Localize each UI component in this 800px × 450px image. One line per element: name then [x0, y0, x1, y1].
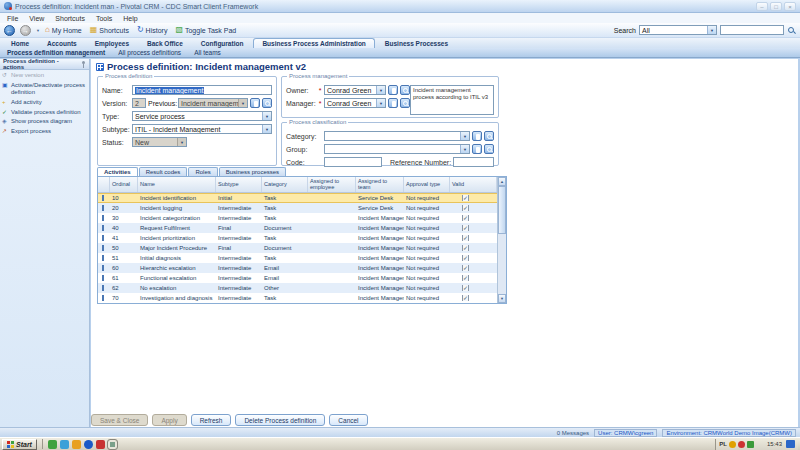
lookup-icon[interactable]	[400, 85, 410, 95]
quick-launch-icon[interactable]	[60, 440, 69, 449]
sub-tab[interactable]: All teams	[194, 49, 221, 56]
table-row[interactable]: 61 Functional escalation Intermediate Em…	[98, 273, 497, 283]
lookup-icon[interactable]	[262, 98, 272, 108]
open-record-icon[interactable]	[388, 98, 398, 108]
search-scope-select[interactable]: All ▼	[639, 25, 717, 35]
scroll-down-icon[interactable]: ▼	[498, 294, 506, 303]
start-button[interactable]: Start	[2, 439, 37, 450]
minimize-button[interactable]: –	[756, 2, 768, 11]
lookup-icon[interactable]	[400, 98, 410, 108]
table-row[interactable]: 70 Investigation and diagnosis Intermedi…	[98, 293, 497, 303]
action-item[interactable]: ▣ Activate/Deactivate process definition	[0, 80, 89, 97]
name-field[interactable]: Incident management	[132, 85, 272, 95]
sub-tab[interactable]: All process definitions	[118, 49, 181, 56]
quick-launch-icon[interactable]	[48, 440, 57, 449]
action-item[interactable]: ↗ Export process	[0, 126, 89, 136]
quick-launch-icon[interactable]	[132, 440, 141, 449]
table-row[interactable]: 62 No escalation Intermediate Other Inci…	[98, 283, 497, 293]
pin-icon[interactable]	[81, 61, 86, 68]
quick-launch-icon[interactable]	[84, 440, 93, 449]
tray-icon[interactable]	[756, 441, 763, 448]
footer-button[interactable]: Cancel	[329, 414, 367, 426]
tray-icon[interactable]	[729, 441, 736, 448]
lookup-icon[interactable]	[484, 131, 494, 141]
footer-button[interactable]: Delete Process definition	[235, 414, 325, 426]
menu-item[interactable]: Shortcuts	[55, 15, 85, 22]
table-row[interactable]: 30 Incident categorization Intermediate …	[98, 213, 497, 223]
open-record-icon[interactable]	[388, 85, 398, 95]
workspace-tab[interactable]: Business Processes	[377, 39, 456, 48]
workspace-tab[interactable]: Back Office	[139, 39, 191, 48]
column-header[interactable]: Assigned to team	[356, 177, 404, 192]
action-item[interactable]: ✓ Validate process definition	[0, 107, 89, 117]
menu-item[interactable]: Tools	[96, 15, 112, 22]
table-row[interactable]: 20 Incident logging Intermediate Task Se…	[98, 203, 497, 213]
toolbar-button[interactable]: ▦ Shortcuts	[90, 26, 129, 34]
open-record-icon[interactable]	[472, 131, 482, 141]
column-header[interactable]: Ordinal	[110, 177, 138, 192]
manager-select[interactable]: Conrad Green▼	[324, 98, 386, 108]
column-header[interactable]: Assigned to employee	[308, 177, 356, 192]
back-icon[interactable]: ←	[4, 25, 15, 36]
network-icon[interactable]	[786, 440, 795, 448]
workspace-tab[interactable]: Configuration	[193, 39, 252, 48]
workspace-tab[interactable]: Employees	[87, 39, 137, 48]
detail-tab[interactable]: Roles	[188, 167, 217, 176]
footer-button[interactable]: Refresh	[191, 414, 232, 426]
close-button[interactable]: ×	[784, 2, 796, 11]
menu-item[interactable]: View	[29, 15, 44, 22]
table-row[interactable]: 50 Major Incident Procedure Final Docume…	[98, 243, 497, 253]
scrollbar-thumb[interactable]	[498, 186, 506, 234]
code-field[interactable]	[324, 157, 382, 167]
tray-icon[interactable]	[738, 441, 745, 448]
quick-launch-icon[interactable]	[120, 440, 129, 449]
quick-launch-icon[interactable]	[72, 440, 81, 449]
table-row[interactable]: 10 Incident identification Initial Task …	[98, 193, 497, 203]
group-select[interactable]: ▼	[324, 144, 470, 154]
scroll-up-icon[interactable]: ▲	[498, 177, 506, 186]
toolbar-button[interactable]: ⌂ My Home	[45, 26, 82, 34]
detail-tab[interactable]: Business processes	[219, 167, 286, 176]
table-row[interactable]: 51 Initial diagnosis Intermediate Task I…	[98, 253, 497, 263]
description-field[interactable]: Incident management process according to…	[410, 85, 494, 115]
detail-tab[interactable]: Activities	[97, 167, 138, 176]
column-header[interactable]: Subtype	[216, 177, 262, 192]
table-row[interactable]: 60 Hierarchic escalation Intermediate Em…	[98, 263, 497, 273]
vertical-scrollbar[interactable]: ▲ ▼	[497, 177, 506, 303]
menu-item[interactable]: Help	[123, 15, 137, 22]
category-select[interactable]: ▼	[324, 131, 470, 141]
open-record-icon[interactable]	[472, 144, 482, 154]
column-header[interactable]: Category	[262, 177, 308, 192]
column-header[interactable]: Approval type	[404, 177, 450, 192]
tray-icon[interactable]	[747, 441, 754, 448]
sub-tab[interactable]: Process definition management	[7, 49, 105, 56]
maximize-button[interactable]: □	[770, 2, 782, 11]
table-row[interactable]: 40 Request Fulfilment Final Document Inc…	[98, 223, 497, 233]
forward-icon[interactable]: →	[20, 25, 31, 36]
workspace-tab[interactable]: Accounts	[39, 39, 85, 48]
nav-history-caret-icon[interactable]: ▼	[36, 28, 40, 33]
type-select[interactable]: Service process▼	[132, 111, 272, 121]
open-record-icon[interactable]	[250, 98, 260, 108]
user-segment[interactable]: User: CRMW\cgreen	[594, 429, 657, 437]
action-item[interactable]: ◈ Show process diagram	[0, 116, 89, 126]
table-row[interactable]: 41 Incident prioritization Intermediate …	[98, 233, 497, 243]
workspace-tab[interactable]: Business Process Administration	[253, 38, 374, 48]
workspace-tab[interactable]: Home	[3, 39, 37, 48]
column-header[interactable]: Valid	[450, 177, 497, 192]
menu-item[interactable]: File	[7, 15, 18, 22]
active-app-taskbar-icon[interactable]	[108, 440, 117, 449]
search-icon[interactable]	[787, 26, 796, 35]
search-input[interactable]	[720, 25, 784, 35]
toolbar-button[interactable]: ▧ Toggle Task Pad	[175, 26, 236, 34]
subtype-select[interactable]: ITIL - Incident Management▼	[132, 124, 272, 134]
quick-launch-icon[interactable]	[96, 440, 105, 449]
action-item[interactable]: + Add activity	[0, 97, 89, 107]
reference-number-field[interactable]	[453, 157, 494, 167]
environment-segment[interactable]: Environment: CRMWorld Demo Image(CRMW)	[662, 429, 796, 437]
toolbar-button[interactable]: ↻ History	[137, 26, 167, 34]
owner-select[interactable]: Conrad Green▼	[324, 85, 386, 95]
detail-tab[interactable]: Result codes	[139, 167, 188, 176]
column-header[interactable]: Name	[138, 177, 216, 192]
lookup-icon[interactable]	[484, 144, 494, 154]
